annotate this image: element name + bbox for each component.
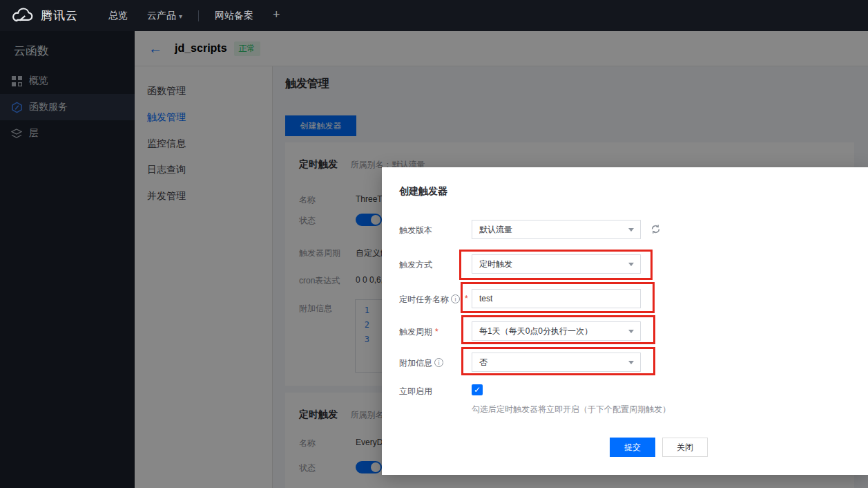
- period-label: 触发周期*: [399, 326, 438, 338]
- chevron-down-icon: [628, 361, 634, 364]
- method-label: 触发方式: [399, 259, 432, 271]
- task-name-label: 定时任务名称i: [399, 294, 460, 306]
- method-select[interactable]: 定时触发: [472, 254, 641, 274]
- brand-name: 腾讯云: [41, 8, 78, 24]
- check-icon: ✓: [474, 385, 481, 395]
- extra-info-label: 附加信息i: [399, 357, 443, 369]
- chevron-down-icon: [628, 228, 634, 232]
- info-icon[interactable]: i: [451, 294, 460, 303]
- top-menu: 总览 云产品▾ 网站备案 +: [99, 0, 290, 31]
- version-select[interactable]: 默认流量: [472, 220, 641, 239]
- enable-label: 立即启用: [399, 386, 432, 397]
- chevron-down-icon: [628, 330, 634, 333]
- topnav-divider: [198, 10, 199, 21]
- enable-checkbox[interactable]: ✓: [472, 384, 483, 395]
- required-asterisk: *: [465, 294, 468, 303]
- tencent-cloud-brand[interactable]: 腾讯云: [11, 8, 78, 24]
- add-tab-button[interactable]: +: [263, 0, 290, 31]
- extra-info-select[interactable]: 否: [472, 353, 641, 372]
- submit-button[interactable]: 提交: [610, 438, 655, 457]
- close-button[interactable]: 关闭: [662, 438, 708, 457]
- enable-hint: 勾选后定时触发器将立即开启（于下个配置周期触发）: [472, 404, 671, 415]
- topnav-overview[interactable]: 总览: [99, 0, 137, 31]
- required-asterisk: *: [435, 327, 438, 337]
- tencent-cloud-logo-icon: [11, 8, 35, 24]
- chevron-down-icon: ▾: [179, 12, 182, 20]
- info-icon[interactable]: i: [434, 358, 443, 367]
- topnav-products[interactable]: 云产品▾: [137, 0, 192, 31]
- modal-title: 创建触发器: [399, 185, 447, 198]
- period-select[interactable]: 每1天（每天0点0分执行一次）: [472, 321, 641, 341]
- task-name-input[interactable]: [472, 289, 641, 308]
- topbar: 腾讯云 总览 云产品▾ 网站备案 +: [0, 0, 868, 31]
- chevron-down-icon: [628, 263, 634, 266]
- app-root: 腾讯云 总览 云产品▾ 网站备案 + 云函数 概览: [0, 0, 868, 488]
- topnav-icp[interactable]: 网站备案: [205, 0, 263, 31]
- version-label: 触发版本: [399, 225, 432, 236]
- create-trigger-modal: 创建触发器 触发版本 默认流量 触发方式 定时触发 定时任务名称i * 触发周期…: [382, 167, 868, 475]
- refresh-icon[interactable]: [650, 223, 662, 235]
